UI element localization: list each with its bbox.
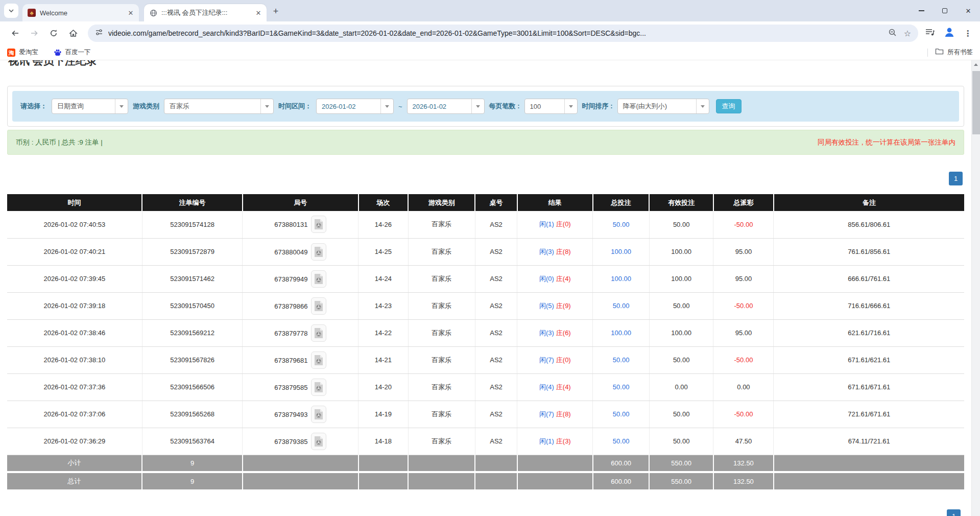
cell-session: 14-25 [358, 238, 408, 265]
bet-record-row: 2026-01-02 07:40:53 523091574128 6738801… [7, 211, 964, 238]
tab-close-icon[interactable]: ✕ [126, 8, 136, 18]
home-button[interactable] [64, 25, 82, 42]
date-end-select[interactable]: 2026-01-02 [407, 99, 485, 114]
cell-total-bet[interactable]: 50.00 [593, 211, 650, 238]
minimize-button[interactable] [910, 0, 933, 21]
site-controls-icon[interactable] [95, 28, 103, 38]
cell-total-bet[interactable]: 50.00 [593, 292, 650, 319]
video-replay-button[interactable] [311, 433, 326, 450]
browser-menu-icon[interactable]: ⋮ [964, 29, 972, 38]
cell-total-bet[interactable]: 50.00 [593, 401, 650, 428]
search-button[interactable]: 查询 [716, 99, 742, 113]
empty-cell [475, 472, 517, 489]
cell-game: 百家乐 [408, 319, 475, 346]
result-player: 闲(0) [539, 275, 554, 283]
result-player: 闲(3) [539, 248, 554, 255]
page-1-button[interactable]: 1 [947, 509, 961, 516]
bookmark-baidu[interactable]: 百度一下 [54, 48, 91, 57]
address-bar[interactable]: videoie.com/game/betrecord_search/kind3?… [88, 25, 918, 42]
vertical-scrollbar[interactable] [971, 60, 980, 516]
cell-round: 673879385 [243, 428, 358, 455]
chevron-down-icon [9, 9, 14, 13]
result-banker: 庄(3) [556, 437, 571, 445]
chevron-down-icon[interactable] [115, 99, 128, 113]
tab-bet-records[interactable]: :::视讯 会员下注纪录::: ✕ [144, 4, 267, 21]
cell-round: 673879681 [243, 346, 358, 373]
cell-total-bet[interactable]: 50.00 [593, 346, 650, 373]
per-page-label: 每页笔数 : [489, 102, 520, 111]
cell-round: 673879585 [243, 373, 358, 401]
video-replay-button[interactable] [311, 406, 326, 423]
chevron-down-icon[interactable] [380, 99, 393, 113]
cell-total-bet[interactable]: 100.00 [593, 265, 650, 292]
back-button[interactable] [6, 25, 23, 42]
cell-game: 百家乐 [408, 346, 475, 373]
result-player: 闲(4) [539, 383, 554, 391]
page-1-button[interactable]: 1 [949, 172, 963, 185]
all-bookmarks[interactable]: 所有书签 [927, 48, 973, 57]
tab-close-icon[interactable]: ✕ [253, 8, 264, 18]
cell-total-bet[interactable]: 50.00 [593, 373, 650, 401]
new-tab-button[interactable]: + [269, 4, 283, 18]
cell-total-bet[interactable]: 100.00 [593, 238, 650, 265]
video-replay-button[interactable] [311, 297, 326, 315]
empty-cell [243, 455, 358, 472]
tab-search-button[interactable] [4, 4, 18, 18]
chevron-down-icon[interactable] [471, 99, 484, 113]
reload-button[interactable] [45, 25, 62, 42]
cell-table: AS2 [475, 292, 517, 319]
sort-select[interactable]: 降幂(由大到小) [617, 99, 709, 114]
subtotal-row: 小计 9 600.00 550.00 132.50 [7, 455, 964, 472]
maximize-button[interactable] [933, 0, 957, 21]
video-replay-button[interactable] [311, 379, 326, 396]
chevron-down-icon[interactable] [696, 99, 709, 113]
video-replay-button[interactable] [311, 243, 326, 261]
profile-avatar[interactable] [943, 26, 955, 40]
result-banker: 庄(4) [556, 275, 571, 283]
subtotal-total-bet: 600.00 [593, 455, 650, 472]
baidu-paw-icon [54, 49, 62, 57]
filter-type-label: 请选择： [20, 102, 47, 111]
zoom-out-page-icon[interactable] [888, 28, 897, 39]
media-controls-icon[interactable] [925, 28, 935, 38]
cell-total-bet[interactable]: 100.00 [593, 319, 650, 346]
scrollbar-thumb[interactable] [972, 71, 980, 134]
date-start-select[interactable]: 2026-01-02 [316, 99, 394, 114]
forward-button[interactable] [26, 25, 43, 42]
result-banker: 庄(0) [556, 220, 571, 228]
video-replay-button[interactable] [311, 216, 326, 233]
cell-total-bet[interactable]: 50.00 [593, 428, 650, 455]
pagination-bottom: 1 [947, 509, 961, 516]
table-header: 时间 注单编号 局号 场次 游戏类别 桌号 结果 总投注 有效投注 总派彩 备注 [7, 194, 964, 211]
scroll-up-arrow[interactable] [972, 60, 980, 68]
url-text[interactable]: videoie.com/game/betrecord_search/kind3?… [108, 29, 883, 37]
per-page-select[interactable]: 100 [524, 99, 578, 114]
col-round: 局号 [243, 194, 358, 211]
cell-valid-bet: 50.00 [649, 292, 713, 319]
empty-cell [358, 455, 408, 472]
tab-welcome[interactable]: ♣ Welcome ✕ [22, 4, 139, 21]
bookmark-star-icon[interactable]: ☆ [904, 29, 911, 38]
col-result: 结果 [517, 194, 593, 211]
chevron-down-icon[interactable] [260, 99, 273, 113]
video-replay-button[interactable] [311, 324, 326, 342]
cell-payout: -50.00 [713, 401, 774, 428]
chevron-down-icon[interactable] [564, 99, 577, 113]
cell-payout: 47.50 [713, 428, 774, 455]
close-window-button[interactable]: ✕ [957, 0, 980, 21]
bookmark-taobao[interactable]: 淘 爱淘宝 [7, 48, 38, 57]
cell-table: AS2 [475, 265, 517, 292]
currency-summary: 币别 : 人民币 | 总共 :9 注单 | [16, 138, 103, 147]
result-banker: 庄(6) [556, 329, 571, 337]
cell-table: AS2 [475, 211, 517, 238]
game-kind-select[interactable]: 百家乐 [164, 99, 274, 114]
cell-round: 673879493 [243, 401, 358, 428]
game-kind-label: 游戏类别 [133, 102, 159, 111]
video-replay-button[interactable] [311, 351, 326, 369]
cell-result: 闲(4)庄(4) [517, 373, 593, 401]
query-type-select[interactable]: 日期查询 [52, 99, 128, 114]
result-banker: 庄(0) [556, 356, 571, 364]
video-replay-button[interactable] [311, 270, 326, 288]
result-player: 闲(1) [539, 220, 554, 228]
round-number: 673879681 [274, 356, 307, 364]
